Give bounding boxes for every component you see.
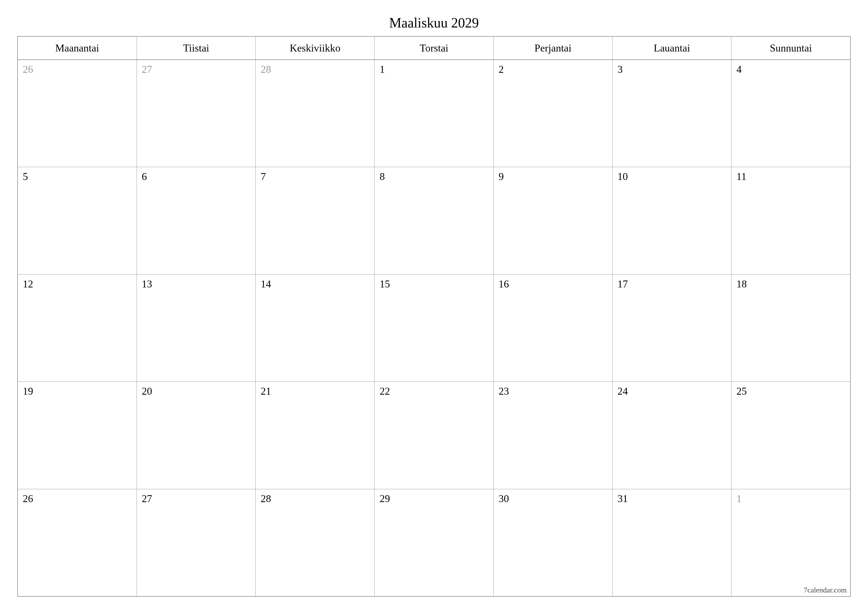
day-cell: 6: [137, 167, 256, 274]
day-number: 26: [23, 493, 33, 504]
day-number: 5: [23, 171, 28, 182]
day-cell: 29: [375, 489, 494, 596]
day-cell: 19: [18, 382, 137, 489]
day-cell: 25: [732, 382, 850, 489]
weeks-container: 26 27 28 1 2 3 4 5 6 7 8 9 10 11 12 13 1…: [18, 60, 850, 596]
day-cell: 1: [732, 489, 850, 596]
day-number: 23: [499, 385, 509, 397]
day-cell: 27: [137, 60, 256, 167]
day-cell: 31: [613, 489, 732, 596]
week-row: 26 27 28 29 30 31 1: [18, 489, 850, 596]
day-cell: 30: [494, 489, 613, 596]
day-cell: 26: [18, 60, 137, 167]
day-number: 31: [618, 493, 628, 504]
day-number: 28: [260, 64, 271, 75]
day-number: 27: [142, 64, 152, 75]
weekday-header: Perjantai: [494, 37, 613, 59]
page-title: Maaliskuu 2029: [17, 15, 851, 31]
day-cell: 28: [256, 60, 375, 167]
day-cell: 1: [375, 60, 494, 167]
day-number: 8: [380, 171, 385, 182]
day-number: 15: [380, 278, 390, 290]
day-number: 18: [736, 278, 747, 290]
day-number: 3: [618, 64, 623, 75]
day-cell: 27: [137, 489, 256, 596]
calendar-page: Maaliskuu 2029 Maanantai Tiistai Keskivi…: [0, 0, 868, 614]
day-number: 12: [23, 278, 33, 290]
day-cell: 20: [137, 382, 256, 489]
day-cell: 8: [375, 167, 494, 274]
day-cell: 7: [256, 167, 375, 274]
day-cell: 17: [613, 275, 732, 381]
day-number: 29: [380, 493, 390, 504]
day-cell: 26: [18, 489, 137, 596]
day-number: 1: [736, 493, 742, 504]
day-cell: 16: [494, 275, 613, 381]
day-number: 19: [23, 385, 33, 397]
day-number: 17: [618, 278, 628, 290]
calendar-grid: Maanantai Tiistai Keskiviikko Torstai Pe…: [17, 36, 851, 597]
day-number: 27: [142, 493, 152, 504]
weekday-header: Torstai: [375, 37, 494, 59]
day-cell: 5: [18, 167, 137, 274]
day-cell: 13: [137, 275, 256, 381]
day-number: 25: [736, 385, 747, 397]
weekday-header: Maanantai: [18, 37, 137, 59]
day-number: 28: [260, 493, 271, 504]
day-cell: 9: [494, 167, 613, 274]
week-row: 26 27 28 1 2 3 4: [18, 60, 850, 167]
day-number: 1: [380, 64, 385, 75]
day-number: 16: [499, 278, 509, 290]
day-cell: 22: [375, 382, 494, 489]
day-number: 30: [499, 493, 509, 504]
weekday-header: Sunnuntai: [732, 37, 850, 59]
weekday-header: Keskiviikko: [256, 37, 375, 59]
day-number: 6: [142, 171, 147, 182]
day-cell: 3: [613, 60, 732, 167]
weekday-header: Tiistai: [137, 37, 256, 59]
day-cell: 10: [613, 167, 732, 274]
day-number: 7: [260, 171, 266, 182]
day-number: 14: [260, 278, 271, 290]
day-cell: 23: [494, 382, 613, 489]
day-number: 22: [380, 385, 390, 397]
day-number: 11: [736, 171, 746, 182]
week-row: 5 6 7 8 9 10 11: [18, 167, 850, 274]
day-cell: 18: [732, 275, 850, 381]
week-row: 19 20 21 22 23 24 25: [18, 382, 850, 489]
weekday-header: Lauantai: [613, 37, 732, 59]
day-number: 10: [618, 171, 628, 182]
day-cell: 2: [494, 60, 613, 167]
day-number: 21: [260, 385, 271, 397]
day-cell: 24: [613, 382, 732, 489]
day-number: 2: [499, 64, 504, 75]
weekday-header-row: Maanantai Tiistai Keskiviikko Torstai Pe…: [18, 37, 850, 60]
day-number: 20: [142, 385, 152, 397]
day-number: 13: [142, 278, 152, 290]
day-number: 9: [499, 171, 504, 182]
day-cell: 14: [256, 275, 375, 381]
credit-text: 7calendar.com: [804, 586, 847, 594]
day-cell: 11: [732, 167, 850, 274]
day-cell: 12: [18, 275, 137, 381]
day-number: 26: [23, 64, 33, 75]
day-cell: 21: [256, 382, 375, 489]
week-row: 12 13 14 15 16 17 18: [18, 275, 850, 382]
day-cell: 15: [375, 275, 494, 381]
day-number: 4: [736, 64, 742, 75]
day-cell: 28: [256, 489, 375, 596]
day-number: 24: [618, 385, 628, 397]
day-cell: 4: [732, 60, 850, 167]
